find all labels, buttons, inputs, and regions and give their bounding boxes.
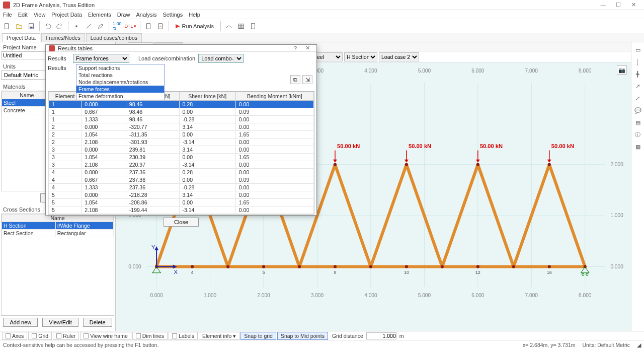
- menu-help[interactable]: Help: [189, 12, 200, 18]
- curve-icon[interactable]: [224, 21, 234, 31]
- app-title: 2D Frame Analysis, Truss Edition: [13, 2, 95, 8]
- svg-text:50.00 kN: 50.00 kN: [337, 143, 360, 149]
- table-icon[interactable]: [236, 21, 246, 31]
- dl-icon[interactable]: D+L ▾: [124, 21, 137, 31]
- svg-text:6.000: 6.000: [471, 293, 485, 298]
- rs-comment-icon[interactable]: 💬: [633, 106, 642, 115]
- svg-text:2.000: 2.000: [257, 293, 270, 298]
- results-table-wrap[interactable]: ElementLocation [m]Axial force [kN]Shear…: [48, 91, 314, 215]
- export-icon[interactable]: [155, 21, 166, 31]
- grid-dist-input[interactable]: [366, 332, 396, 339]
- dropdown-option-selected[interactable]: Frame forces: [76, 86, 164, 93]
- materials-col-name: Name: [2, 92, 52, 99]
- results-row[interactable]: 30.000239.813.140.00: [49, 146, 314, 154]
- rs-info-icon[interactable]: ⓘ: [633, 130, 642, 139]
- results-dropdown-open[interactable]: Support reactions Total reactions Node d…: [76, 64, 165, 100]
- dialog-close-footer-button[interactable]: Close: [164, 218, 199, 227]
- open-icon[interactable]: [14, 21, 24, 31]
- save-icon[interactable]: [26, 21, 36, 31]
- results-row[interactable]: 51.054-208.860.001.65: [49, 199, 314, 206]
- results-row[interactable]: 32.108220.97-3.140.00: [49, 161, 314, 169]
- doc-icon[interactable]: [248, 21, 258, 31]
- camera-icon[interactable]: 📷: [617, 65, 627, 75]
- menubar: File Edit View Project Data Elements Dra…: [0, 10, 644, 19]
- rs-cursor-icon[interactable]: ▭: [633, 45, 642, 54]
- results-col[interactable]: Shear force [kN]: [179, 92, 235, 101]
- delete-section-button[interactable]: Delete: [83, 318, 112, 327]
- rs-table-icon[interactable]: ▦: [633, 142, 642, 151]
- snap-to-grid[interactable]: Snap to grid: [240, 332, 276, 340]
- tab-project-data[interactable]: Project Data: [2, 33, 40, 42]
- menu-view[interactable]: View: [34, 12, 46, 18]
- node-icon[interactable]: [71, 21, 82, 31]
- menu-draw[interactable]: Draw: [117, 12, 130, 18]
- copy-table-icon[interactable]: ⧉: [290, 75, 300, 84]
- results-row[interactable]: 20.000-320.773.140.00: [49, 123, 314, 131]
- rs-expand-icon[interactable]: ⤢: [633, 94, 642, 103]
- dropdown-option[interactable]: Total reactions: [76, 72, 164, 79]
- edit-icon[interactable]: [96, 21, 106, 31]
- report-icon[interactable]: [143, 21, 153, 31]
- grid-dist-unit: m: [399, 333, 404, 339]
- loadcase-combo-select[interactable]: Load combo-1: [198, 54, 244, 63]
- results-row[interactable]: 11.33398.46-0.280.00: [49, 116, 314, 123]
- results-row[interactable]: 31.054230.390.001.65: [49, 154, 314, 161]
- redo-icon[interactable]: [55, 21, 65, 31]
- menu-file[interactable]: File: [3, 12, 12, 18]
- tab-frames-nodes[interactable]: Frames/Nodes: [41, 33, 85, 42]
- results-select[interactable]: Frame forces: [73, 54, 129, 63]
- toggle-dimlines[interactable]: Dim lines: [132, 332, 168, 340]
- new-icon[interactable]: [2, 21, 12, 31]
- undo-icon[interactable]: [43, 21, 53, 31]
- tab-load-cases[interactable]: Load cases/combos: [86, 33, 142, 42]
- add-section-button[interactable]: Add new: [3, 318, 38, 327]
- menu-analysis[interactable]: Analysis: [136, 12, 156, 18]
- dropdown-option[interactable]: Node displacements/rotations: [76, 79, 164, 86]
- dialog-close-button[interactable]: ✕: [301, 45, 313, 51]
- results-row[interactable]: 10.66798.460.000.09: [49, 108, 314, 116]
- loadcase-select[interactable]: Load case 2: [379, 52, 419, 61]
- minimize-button[interactable]: —: [596, 1, 611, 10]
- results-row[interactable]: 10.00098.460.280.00: [49, 101, 314, 108]
- toggle-axes[interactable]: Axes: [2, 332, 27, 340]
- units-icon[interactable]: 1.00⇅: [112, 21, 122, 31]
- view-section-button[interactable]: View/Edit: [42, 318, 78, 327]
- svg-text:50.00 kN: 50.00 kN: [480, 143, 503, 149]
- results-row[interactable]: 50.000-218.283.140.00: [49, 191, 314, 199]
- menu-elements[interactable]: Elements: [88, 12, 111, 18]
- toggle-wireframe[interactable]: View wire frame: [80, 332, 131, 340]
- svg-point-63: [369, 265, 372, 268]
- rs-arrow-icon[interactable]: ↗: [633, 82, 642, 91]
- results-row[interactable]: 41.333237.36-0.280.00: [49, 184, 314, 191]
- menu-project-data[interactable]: Project Data: [51, 12, 82, 18]
- menu-edit[interactable]: Edit: [18, 12, 28, 18]
- rs-doc-icon[interactable]: ▤: [633, 118, 642, 127]
- dialog-help-button[interactable]: ?: [289, 45, 301, 51]
- svg-text:8: 8: [334, 270, 336, 275]
- run-analysis-button[interactable]: ▶ Run Analysis: [172, 21, 217, 31]
- results-row[interactable]: 22.108-301.93-3.140.00: [49, 138, 314, 146]
- frame-icon[interactable]: [84, 21, 94, 31]
- export-table-icon[interactable]: ⇲: [302, 75, 312, 84]
- toggle-labels[interactable]: Labels: [169, 332, 198, 340]
- results-row[interactable]: 40.667237.360.000.09: [49, 176, 314, 184]
- close-button[interactable]: ✕: [626, 1, 641, 10]
- menu-settings[interactable]: Settings: [163, 12, 183, 18]
- rs-hline-icon[interactable]: ╋: [633, 69, 642, 79]
- results-table: ElementLocation [m]Axial force [kN]Shear…: [48, 92, 314, 214]
- maximize-button[interactable]: ☐: [611, 1, 626, 10]
- results-row[interactable]: 52.108-199.44-3.140.00: [49, 206, 314, 214]
- svg-point-64: [405, 265, 408, 268]
- dropdown-option[interactable]: Frame deformation: [76, 93, 164, 100]
- element-info[interactable]: Element info ▾: [199, 332, 239, 340]
- dropdown-option[interactable]: Support reactions: [76, 64, 164, 72]
- rs-vline-icon[interactable]: │: [633, 57, 642, 66]
- results-row[interactable]: 40.000237.360.280.00: [49, 169, 314, 176]
- section-select[interactable]: H Section: [344, 52, 377, 61]
- results-row[interactable]: 21.054-311.350.001.65: [49, 131, 314, 138]
- toggle-grid[interactable]: Grid: [28, 332, 52, 340]
- snap-to-mid[interactable]: Snap to Mid points: [277, 332, 328, 340]
- toggle-ruler[interactable]: Ruler: [53, 332, 79, 340]
- svg-text:4: 4: [191, 270, 194, 275]
- results-col[interactable]: Bending Moment [kNm]: [235, 92, 313, 101]
